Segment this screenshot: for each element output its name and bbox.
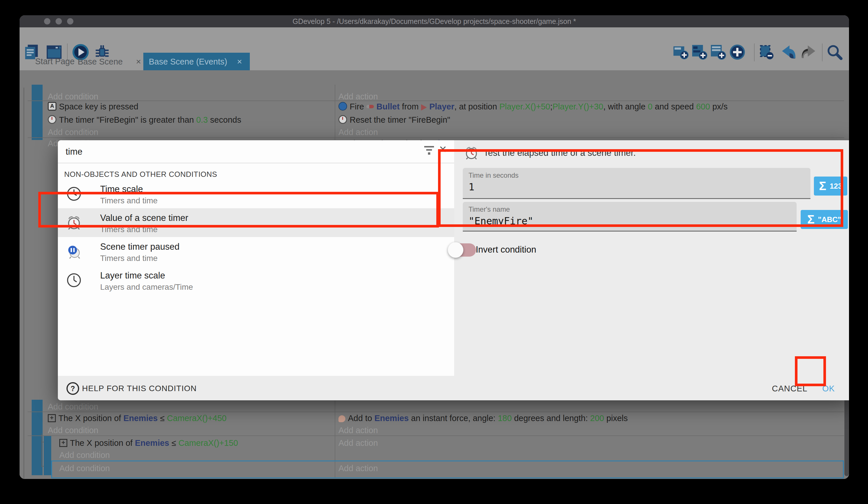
tab-base-scene-events[interactable]: Base Scene (Events) × [143, 53, 250, 70]
tab-base-scene[interactable]: Base Scene × [74, 53, 147, 70]
subevent-tree-line [41, 442, 44, 442]
title-bar: GDevelop 5 - /Users/dkarakay/Documents/G… [20, 15, 849, 27]
close-dialog-icon[interactable]: × [439, 142, 447, 157]
field-label: Time in seconds [468, 171, 519, 179]
undo-icon [779, 43, 797, 62]
add-scene-button[interactable] [671, 43, 690, 62]
position-icon [48, 414, 56, 422]
add-condition-row[interactable]: Add condition [48, 424, 99, 436]
search-icon [826, 43, 843, 62]
tab-label: Base Scene [78, 57, 123, 66]
timer-name-field[interactable]: Timer's name "EnemyFire" [463, 202, 797, 232]
condition-action-divider [335, 85, 335, 140]
time-in-seconds-field[interactable]: Time in seconds 1 [463, 168, 810, 199]
toolbar-divider [754, 43, 755, 61]
search-bar: × [58, 140, 454, 163]
action-instant-force[interactable]: Add to Enemies an instant force, angle: … [339, 412, 628, 424]
clock-icon [66, 272, 82, 290]
add-more-button[interactable]: Add... [794, 477, 838, 479]
clock-icon [66, 186, 82, 203]
redo-icon [800, 43, 818, 62]
sigma-icon: Σ [807, 213, 815, 226]
item-subtitle: Timers and time [100, 196, 158, 205]
add-action-row[interactable]: Add action [339, 127, 378, 138]
subevent-indent-bar [44, 436, 51, 475]
item-title: Time scale [100, 184, 143, 194]
cancel-button[interactable]: CANCEL [770, 381, 809, 395]
list-item-time-scale[interactable]: Time scale Timers and time [58, 179, 454, 208]
condition-enemies-x450[interactable]: The X position of Enemies ≤ CameraX()+45… [48, 412, 227, 424]
event-indent-bar [32, 85, 43, 140]
close-tab-icon[interactable]: × [235, 53, 244, 70]
list-item-value-of-scene-timer[interactable]: Value of a scene timer Timers and time [58, 208, 454, 237]
search-input[interactable] [65, 144, 406, 159]
add-action-row[interactable]: Add action [339, 437, 378, 449]
add-condition-row[interactable]: Add condition [48, 401, 99, 412]
screenshot-stage: GDevelop 5 - /Users/dkarakay/Documents/G… [0, 0, 868, 504]
close-tab-icon[interactable]: × [134, 53, 143, 70]
timer-icon [339, 115, 347, 124]
alarm-clock-icon [464, 145, 479, 162]
fire-bullet-icon [339, 102, 347, 111]
remove-selection-icon [758, 43, 776, 62]
field-value: 1 [468, 181, 474, 193]
add-scene-icon [672, 43, 689, 62]
event-divider [28, 435, 844, 436]
undo-button[interactable] [779, 43, 797, 62]
list-item-layer-time-scale[interactable]: Layer time scale Layers and cameras/Time [58, 266, 454, 295]
force-icon [339, 415, 345, 422]
player-object-icon [421, 104, 427, 111]
keyboard-key-icon [48, 102, 56, 111]
add-action-row[interactable]: Add action [339, 463, 378, 474]
condition-description: Test the elapsed time of a scene timer. [484, 148, 636, 158]
condition-detail-panel: Test the elapsed time of a scene timer. … [454, 140, 849, 376]
add-action-row[interactable]: Add action [339, 424, 378, 436]
action-fire-bullet[interactable]: Fire Bullet from Player, at position Pla… [339, 101, 727, 112]
toolbar-divider [822, 43, 823, 61]
invert-condition-toggle-thumb[interactable] [448, 242, 463, 258]
sigma-icon: Σ [819, 179, 826, 193]
item-title: Layer time scale [100, 270, 165, 281]
help-icon[interactable]: ? [66, 382, 79, 395]
position-icon [59, 439, 68, 447]
add-circle-icon [729, 43, 746, 62]
selected-event-outline [51, 461, 844, 478]
item-subtitle: Layers and cameras/Time [100, 283, 193, 292]
add-resource-button[interactable] [728, 43, 746, 62]
event-divider [28, 412, 844, 412]
add-condition-row[interactable]: Add condition [59, 449, 110, 461]
remove-selection-button[interactable] [758, 43, 776, 62]
add-condition-row[interactable]: Add condition [48, 127, 99, 138]
condition-list-panel: × NON-OBJECTS AND OTHER CONDITIONS Time … [58, 140, 454, 376]
search-events-button[interactable] [825, 43, 844, 62]
field-label: Timer's name [468, 205, 510, 213]
expression-editor-string-button[interactable]: Σ "ABC" [800, 210, 848, 229]
subevent-tree-line [41, 466, 44, 466]
expression-button-label: 123 [830, 182, 842, 191]
alarm-clock-icon [66, 214, 82, 232]
condition-timer-firebegin[interactable]: The timer "FireBegin" is greater than 0.… [48, 114, 241, 125]
conditions-section-header: NON-OBJECTS AND OTHER CONDITIONS [64, 170, 217, 179]
ok-button[interactable]: OK [820, 381, 837, 395]
add-new-event-row[interactable]: Add a new event [32, 477, 94, 479]
subevent-tree-line [41, 434, 42, 467]
add-external-events-button[interactable] [690, 43, 709, 62]
item-title: Value of a scene timer [100, 213, 188, 223]
condition-space-key[interactable]: Space key is pressed [48, 101, 138, 112]
add-external-layout-button[interactable] [709, 43, 727, 62]
bullet-object-icon [366, 105, 374, 108]
condition-enemies-x150[interactable]: The X position of Enemies ≤ CameraX()+15… [59, 437, 238, 449]
tab-label: Start Page [35, 57, 74, 66]
redo-button[interactable] [800, 43, 818, 62]
help-button[interactable]: HELP FOR THIS CONDITION [82, 384, 197, 393]
event-tree-line [24, 88, 24, 479]
list-item-scene-timer-paused[interactable]: Scene timer paused Timers and time [58, 237, 454, 266]
action-reset-timer[interactable]: Reset the timer "FireBegin" [339, 114, 450, 125]
invert-condition-label: Invert condition [476, 244, 536, 255]
add-external-events-icon [691, 43, 708, 62]
event-indent-bar [32, 400, 43, 475]
expression-button-label: "ABC" [818, 215, 841, 224]
filter-icon[interactable] [423, 144, 435, 155]
add-condition-row[interactable]: Add condition [59, 463, 110, 474]
expression-editor-number-button[interactable]: Σ 123 [814, 177, 847, 195]
